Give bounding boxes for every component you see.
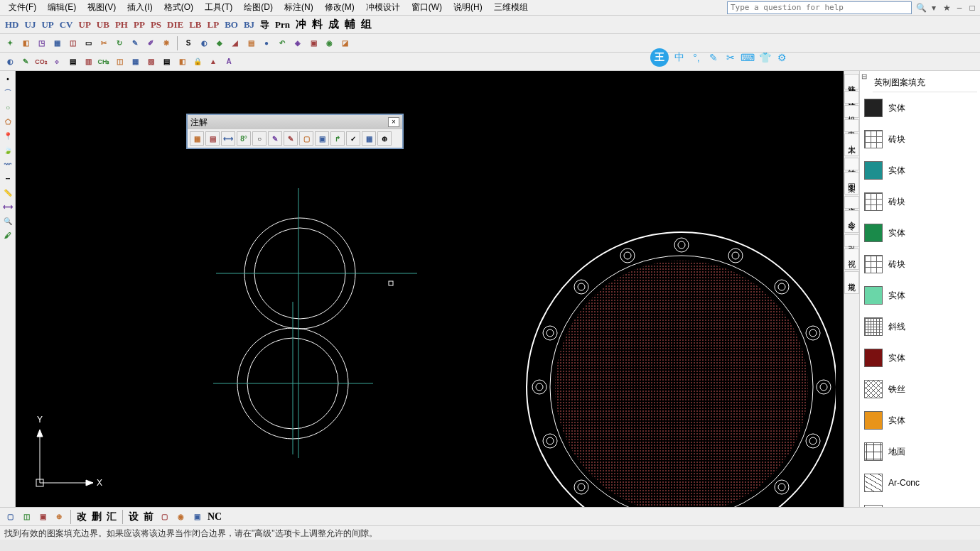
hatch-item[interactable]: 实体 xyxy=(863,155,977,186)
tb3-l[interactable]: ◧ xyxy=(175,55,189,69)
tb2-f[interactable]: ▭ xyxy=(81,36,95,50)
tb1-fu[interactable]: 輔 xyxy=(343,18,357,31)
tb3-c[interactable]: CO₂ xyxy=(34,55,48,69)
vtab-general[interactable]: 常规… xyxy=(844,271,859,294)
tb1-up[interactable]: UP xyxy=(39,19,55,31)
lt-measure[interactable]: 📏 xyxy=(1,186,14,199)
menu-format[interactable]: 格式(O) xyxy=(158,0,199,15)
tb2-v[interactable]: ◪ xyxy=(338,36,352,50)
tb1-uj[interactable]: UJ xyxy=(23,19,38,31)
assist-overlay[interactable]: 王 中 °, ✎ ✂ ⌨ 👕 ⚙ xyxy=(650,48,788,67)
tb1-lb[interactable]: LB xyxy=(187,19,203,31)
tb2-r[interactable]: ↶ xyxy=(275,36,289,50)
tb2-k[interactable]: ❋ xyxy=(159,36,173,50)
tb1-up2[interactable]: UP xyxy=(77,19,93,31)
tb2-a[interactable]: ✦ xyxy=(3,36,17,50)
vtab-zoom[interactable]: 注释缩放 xyxy=(844,74,859,89)
tb3-b[interactable]: ✎ xyxy=(18,55,33,69)
vtab-struct[interactable]: 结构 xyxy=(844,158,859,170)
hatch-item[interactable]: 斜线 xyxy=(863,311,977,342)
tb2-q[interactable]: ● xyxy=(259,36,274,50)
assist-pencil-icon[interactable]: ✎ xyxy=(707,51,720,64)
tb2-j[interactable]: ✐ xyxy=(144,36,158,50)
tb2-b[interactable]: ◧ xyxy=(18,36,33,50)
hatch-item[interactable]: Ar-Conc xyxy=(863,467,977,498)
tb2-i[interactable]: ✎ xyxy=(128,36,142,50)
vtab-leader[interactable]: 引线 xyxy=(844,234,859,247)
tb2-d[interactable]: ▦ xyxy=(50,36,64,50)
menu-help[interactable]: 说明(H) xyxy=(448,0,488,15)
tb2-o[interactable]: ◢ xyxy=(228,36,242,50)
lt-arc[interactable]: ⌒ xyxy=(1,87,14,99)
menu-modify[interactable]: 修改(M) xyxy=(319,0,360,15)
vtab-table[interactable]: 表格 xyxy=(844,196,859,209)
vtab-hatch[interactable]: 图案… xyxy=(844,172,859,195)
tb1-bj[interactable]: BJ xyxy=(242,19,257,31)
tb1-liao[interactable]: 料 xyxy=(310,18,325,31)
tb2-c[interactable]: ◳ xyxy=(34,36,48,50)
tb1-dao[interactable]: 导 xyxy=(258,18,271,31)
tb3-f[interactable]: ▥ xyxy=(81,55,95,69)
search-icon[interactable]: 🔍 xyxy=(916,3,926,13)
tb3-j[interactable]: ▧ xyxy=(144,55,158,69)
menu-die[interactable]: 冲模设计 xyxy=(360,0,406,15)
tb1-ps[interactable]: PS xyxy=(149,19,163,31)
minimize-icon[interactable]: – xyxy=(954,3,964,13)
bt-c[interactable]: ▣ xyxy=(36,510,50,524)
tb1-zu[interactable]: 组 xyxy=(359,18,374,31)
hatch-item[interactable]: 砂砾 xyxy=(863,498,977,507)
lt-poly[interactable]: ⬠ xyxy=(1,115,14,128)
hatch-item[interactable]: 实体 xyxy=(863,342,977,373)
tb3-m[interactable]: 🔒 xyxy=(190,55,205,69)
tb1-chong[interactable]: 冲 xyxy=(294,18,308,31)
tb1-lp[interactable]: LP xyxy=(205,19,222,31)
lt-zoom[interactable]: 🔍 xyxy=(1,214,14,227)
drawing-canvas[interactable]: 注解 × ▦ ▤ ⟷ 8° ○ ✎ ✎ ▢ ▣ ↱ ✓ ▦ ⊕ xyxy=(16,71,844,507)
lt-wave[interactable]: 〰 xyxy=(1,158,14,170)
tb1-ph[interactable]: PH xyxy=(113,19,130,31)
bt-hui[interactable]: 汇 xyxy=(105,511,118,523)
tb1-cheng[interactable]: 成 xyxy=(326,18,341,31)
star-icon[interactable]: ★ xyxy=(942,3,952,13)
tb2-m[interactable]: ◐ xyxy=(197,36,211,50)
lt-circle[interactable]: ○ xyxy=(1,101,14,114)
bt-qian[interactable]: 前 xyxy=(142,511,155,523)
tb3-g[interactable]: CH₃ xyxy=(97,55,111,69)
hatch-item[interactable]: 实体 xyxy=(863,405,977,436)
menu-edit[interactable]: 编辑(E) xyxy=(42,0,82,15)
lt-dash[interactable]: ╌ xyxy=(1,172,14,185)
tb3-k[interactable]: ▤ xyxy=(159,55,173,69)
assist-keyboard-icon[interactable]: ⌨ xyxy=(741,51,754,64)
bt-d[interactable]: ⊕ xyxy=(52,510,66,524)
hatch-item[interactable]: 砖块 xyxy=(863,124,977,155)
tb3-n[interactable]: ▲ xyxy=(206,55,220,69)
menu-window[interactable]: 窗口(W) xyxy=(406,0,448,15)
tb2-l[interactable]: S xyxy=(181,36,195,50)
vtab-arch[interactable]: 建筑 xyxy=(844,91,859,104)
assist-degree-icon[interactable]: °, xyxy=(690,51,703,64)
tb2-p[interactable]: ▤ xyxy=(244,36,258,50)
menu-draw[interactable]: 绘图(D) xyxy=(238,0,279,15)
bt-she[interactable]: 设 xyxy=(127,511,140,523)
vtab-elec[interactable]: 电力 xyxy=(844,119,859,132)
bt-b[interactable]: ◫ xyxy=(19,510,33,524)
lt-point[interactable]: • xyxy=(1,72,14,85)
bt-gai[interactable]: 改 xyxy=(75,511,88,523)
dropdown-icon[interactable]: ▾ xyxy=(929,3,939,13)
tb1-prn[interactable]: Prn xyxy=(273,19,292,31)
menu-dimension[interactable]: 标注(N) xyxy=(279,0,319,15)
menu-3d[interactable]: 三维模组 xyxy=(488,0,534,15)
vtab-cmd[interactable]: 命令… xyxy=(844,210,859,233)
hatch-item[interactable]: 地面 xyxy=(863,436,977,467)
vtab-view[interactable]: 视… xyxy=(844,249,859,270)
hatch-item[interactable]: 实体 xyxy=(863,280,977,311)
bt-sq3[interactable]: ▣ xyxy=(190,510,204,524)
vtab-mech[interactable]: 机械 xyxy=(844,105,859,118)
bt-sq1[interactable]: ▢ xyxy=(157,510,171,524)
menu-tools[interactable]: 工具(T) xyxy=(199,0,238,15)
lt-dim[interactable]: ⟷ xyxy=(1,200,14,213)
assist-gear-icon[interactable]: ⚙ xyxy=(775,51,788,64)
tb1-die[interactable]: DIE xyxy=(165,19,185,31)
tb2-e[interactable]: ◫ xyxy=(65,36,80,50)
assist-scissors-icon[interactable]: ✂ xyxy=(724,51,737,64)
